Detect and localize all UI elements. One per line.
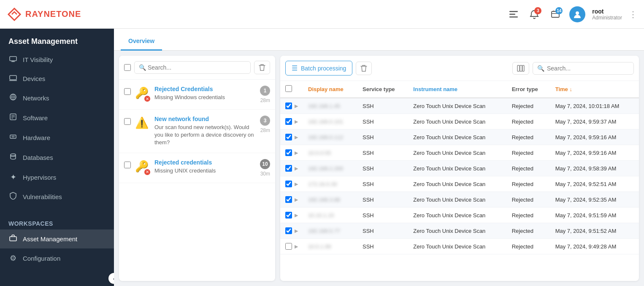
row-checkbox-9[interactable]	[285, 243, 292, 250]
logo-text: RAYNETONE	[25, 9, 81, 19]
user-name: root	[592, 8, 622, 15]
alert-title-1[interactable]: Rejected Credentials	[154, 86, 256, 92]
sidebar-section-title: Asset Management	[0, 29, 114, 50]
sidebar-item-asset-management[interactable]: Asset Management	[0, 229, 114, 248]
row-checkbox-1[interactable]	[285, 118, 292, 125]
svg-point-7	[576, 11, 579, 15]
alerts-button[interactable]: 14	[548, 7, 563, 22]
alert-content-1: Rejected Credentials Missing Windows cre…	[154, 86, 256, 101]
expand-arrow[interactable]: ▶	[295, 150, 298, 156]
database-icon	[8, 153, 18, 162]
sidebar-item-configuration[interactable]: ⚙ Configuration	[0, 248, 114, 268]
cell-display-name: 172.16.0.30	[303, 176, 357, 192]
sidebar-item-devices[interactable]: Devices	[0, 69, 114, 88]
sidebar-item-hypervisors[interactable]: ✦ Hypervisors	[0, 167, 114, 187]
right-delete-button[interactable]	[356, 62, 372, 75]
hamburger-icon: ☰	[292, 64, 298, 72]
row-checkbox-5[interactable]	[285, 181, 292, 187]
search-icon: 🔍	[139, 64, 146, 71]
alert-checkbox-2[interactable]	[124, 118, 131, 125]
col-header-instrument-name[interactable]: Instrument name	[408, 81, 506, 98]
col-header-time[interactable]: Time ↓	[550, 81, 639, 98]
expand-arrow[interactable]: ▶	[295, 103, 298, 109]
cell-display-name: 10.0.0.55	[303, 145, 357, 161]
right-search-input[interactable]	[547, 65, 629, 72]
row-checkbox-0[interactable]	[285, 103, 292, 109]
expand-arrow[interactable]: ▶	[295, 244, 298, 249]
rejected-badge-1: ✕	[144, 96, 150, 102]
cell-time: May 7, 2024, 9:59:16 AM	[550, 145, 639, 161]
col-header-display-name[interactable]: Display name	[303, 81, 357, 98]
expand-arrow[interactable]: ▶	[295, 181, 298, 187]
more-options-button[interactable]: ⋮	[629, 9, 637, 19]
alert-checkbox-3[interactable]	[124, 162, 131, 168]
sidebar: Asset Management IT Visibility Devices N…	[0, 29, 114, 286]
cell-display-name: 10.10.1.15	[303, 208, 357, 223]
alert-title-2[interactable]: New network found	[154, 116, 256, 122]
user-role: Administrator	[592, 15, 622, 21]
cell-service-type: SSH	[357, 176, 408, 192]
alert-count-3: 10	[260, 159, 270, 169]
cell-time: May 7, 2024, 9:59:16 AM	[550, 130, 639, 145]
alert-time-1: 28m	[260, 97, 270, 103]
expand-arrow[interactable]: ▶	[295, 228, 298, 234]
cell-time: May 7, 2024, 9:59:37 AM	[550, 114, 639, 130]
row-checkbox-6[interactable]	[285, 196, 292, 203]
row-checkbox-3[interactable]	[285, 149, 292, 156]
sidebar-collapse-button[interactable]: ‹	[108, 273, 114, 284]
alert-checkbox-1[interactable]	[124, 88, 131, 95]
cell-display-name: 192.168.2.200	[303, 161, 357, 176]
delete-button[interactable]	[254, 61, 270, 74]
alert-item: 🔑 ✕ Rejected Credentials Missing Windows…	[119, 80, 275, 110]
svg-rect-2	[509, 16, 518, 18]
cell-error-type: Rejected	[507, 208, 550, 223]
sidebar-item-vulnerabilities[interactable]: Vulnerabilities	[0, 187, 114, 207]
left-search-input[interactable]	[148, 64, 246, 71]
row-checkbox-2[interactable]	[285, 134, 292, 140]
alert-item-3: 🔑 ✕ Rejected credentials Missing UNIX cr…	[119, 153, 275, 183]
app-header: RAYNETONE 3 14 root Administrator ⋮	[0, 0, 644, 29]
sidebar-item-it-visibility[interactable]: IT Visibility	[0, 50, 114, 69]
select-all-checkbox[interactable]	[124, 64, 131, 71]
notifications-button[interactable]: 3	[527, 7, 541, 22]
alert-title-3[interactable]: Rejected credentials	[154, 159, 256, 166]
table-row: ▶10.0.1.99SSHZero Touch Unix Device Scan…	[280, 239, 639, 254]
row-checkbox-7[interactable]	[285, 212, 292, 219]
sidebar-item-hardware[interactable]: Hardware	[0, 128, 114, 148]
svg-rect-22	[12, 136, 14, 137]
key-rejected-icon-1: 🔑 ✕	[135, 86, 150, 102]
svg-rect-8	[10, 57, 16, 61]
right-panel-toolbar: ☰ Batch processing 🔍	[280, 56, 639, 81]
row-checkbox-8[interactable]	[285, 227, 292, 234]
table-select-all-checkbox[interactable]	[285, 85, 292, 92]
expand-arrow[interactable]: ▶	[295, 119, 298, 124]
results-table: Display name Service type Instrument nam…	[280, 81, 639, 254]
expand-arrow[interactable]: ▶	[295, 197, 298, 202]
sidebar-label-databases: Databases	[23, 154, 53, 161]
batch-processing-button[interactable]: ☰ Batch processing	[285, 61, 352, 76]
col-header-service-type: Service type	[357, 81, 408, 98]
cell-service-type: SSH	[357, 114, 408, 130]
logo: RAYNETONE	[7, 7, 81, 22]
sidebar-label-it-visibility: IT Visibility	[23, 56, 53, 63]
sidebar-item-networks[interactable]: Networks	[0, 88, 114, 108]
table-row: ▶192.168.5.77SSHZero Touch Unix Device S…	[280, 223, 639, 239]
cell-service-type: SSH	[357, 239, 408, 254]
cell-service-type: SSH	[357, 145, 408, 161]
expand-arrow[interactable]: ▶	[295, 135, 298, 140]
cell-error-type: Rejected	[507, 114, 550, 130]
columns-toggle-button[interactable]	[512, 62, 529, 75]
cell-instrument-name: Zero Touch Unix Device Scan	[408, 192, 506, 208]
tab-bar: Overview	[114, 29, 644, 51]
expand-arrow[interactable]: ▶	[295, 213, 298, 218]
tab-overview[interactable]: Overview	[121, 32, 162, 51]
sidebar-item-software[interactable]: Software	[0, 108, 114, 128]
sidebar-item-databases[interactable]: Databases	[0, 148, 114, 167]
panels: 🔍 🔑 ✕ Rejected Credentials	[114, 51, 644, 286]
left-panel-toolbar: 🔍	[119, 56, 275, 80]
sidebar-label-asset-management: Asset Management	[23, 235, 77, 243]
menu-icon-button[interactable]	[507, 8, 520, 20]
row-checkbox-4[interactable]	[285, 165, 292, 172]
cell-service-type: SSH	[357, 130, 408, 145]
expand-arrow[interactable]: ▶	[295, 166, 298, 171]
